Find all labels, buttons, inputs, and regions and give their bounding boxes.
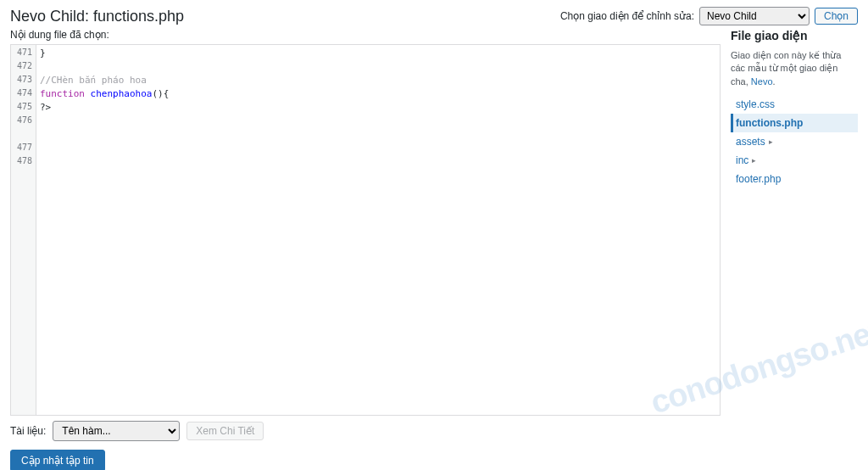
file-item-assets[interactable]: assets▸ (731, 132, 858, 151)
content-subtitle: Nội dung file đã chọn: (10, 29, 721, 41)
page-title: Nevo Child: functions.php (10, 8, 184, 25)
parent-theme-link[interactable]: Nevo (751, 76, 773, 87)
file-list: style.cssfunctions.phpassets▸inc▸footer.… (731, 95, 858, 188)
code-content[interactable]: }//CHèn bắn pháo hoafunction chenphaohoa… (36, 45, 720, 143)
theme-select[interactable]: Nevo Child (699, 7, 810, 25)
sidebar-heading: File giao diện (731, 29, 858, 42)
docs-label: Tài liệu: (10, 425, 46, 437)
file-item-style-css[interactable]: style.css (731, 95, 858, 114)
update-file-button[interactable]: Cập nhật tập tin (10, 450, 105, 470)
line-gutter: 471472473474475476477478 (11, 45, 36, 415)
detail-button: Xem Chi Tiết (186, 422, 264, 440)
function-select[interactable]: Tên hàm... (53, 421, 180, 441)
file-item-footer-php[interactable]: footer.php (731, 170, 858, 188)
sidebar-desc: Giao diện con này kế thừa các mẫu từ một… (731, 49, 858, 88)
select-button[interactable]: Chọn (815, 8, 858, 25)
file-item-inc[interactable]: inc▸ (731, 151, 858, 170)
code-editor[interactable]: 471472473474475476477478 }//CHèn bắn phá… (10, 44, 721, 416)
theme-select-label: Chọn giao diện để chỉnh sửa: (560, 10, 694, 22)
file-item-functions-php[interactable]: functions.php (731, 114, 858, 132)
